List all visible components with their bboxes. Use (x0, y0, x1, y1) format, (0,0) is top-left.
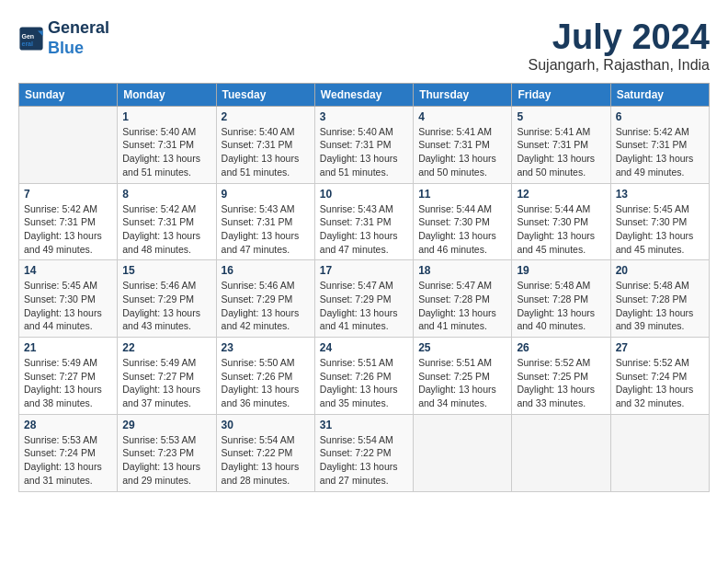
day-info: Sunrise: 5:51 AM Sunset: 7:26 PM Dayligh… (320, 356, 408, 410)
day-number: 2 (222, 110, 310, 123)
day-number: 18 (418, 264, 506, 277)
day-number: 20 (616, 264, 704, 277)
calendar-cell (512, 414, 610, 491)
day-info: Sunrise: 5:46 AM Sunset: 7:29 PM Dayligh… (222, 279, 310, 333)
day-header-sunday: Sunday (19, 83, 118, 106)
calendar-cell (610, 414, 709, 491)
day-info: Sunrise: 5:40 AM Sunset: 7:31 PM Dayligh… (222, 125, 310, 179)
day-number: 6 (616, 110, 704, 123)
calendar-week-2: 7Sunrise: 5:42 AM Sunset: 7:31 PM Daylig… (19, 183, 710, 260)
day-info: Sunrise: 5:44 AM Sunset: 7:30 PM Dayligh… (418, 202, 506, 257)
day-info: Sunrise: 5:51 AM Sunset: 7:25 PM Dayligh… (418, 356, 506, 410)
calendar-cell: 1Sunrise: 5:40 AM Sunset: 7:31 PM Daylig… (118, 106, 216, 183)
day-info: Sunrise: 5:44 AM Sunset: 7:30 PM Dayligh… (517, 202, 605, 257)
day-info: Sunrise: 5:50 AM Sunset: 7:26 PM Dayligh… (222, 356, 310, 410)
day-number: 3 (320, 110, 408, 123)
day-info: Sunrise: 5:52 AM Sunset: 7:25 PM Dayligh… (517, 356, 605, 410)
day-info: Sunrise: 5:42 AM Sunset: 7:31 PM Dayligh… (122, 202, 210, 257)
day-number: 29 (122, 419, 210, 431)
calendar-week-5: 28Sunrise: 5:53 AM Sunset: 7:24 PM Dayli… (19, 414, 710, 491)
day-number: 24 (320, 341, 408, 354)
day-number: 19 (517, 264, 605, 277)
calendar-table: SundayMondayTuesdayWednesdayThursdayFrid… (18, 83, 710, 492)
day-number: 12 (517, 188, 605, 201)
day-info: Sunrise: 5:40 AM Sunset: 7:31 PM Dayligh… (320, 125, 408, 179)
calendar-cell: 24Sunrise: 5:51 AM Sunset: 7:26 PM Dayli… (314, 338, 413, 415)
day-number: 26 (517, 341, 605, 354)
location-text: Sujangarh, Rajasthan, India (529, 57, 710, 74)
calendar-cell: 13Sunrise: 5:45 AM Sunset: 7:30 PM Dayli… (610, 183, 709, 260)
svg-text:Gen: Gen (22, 33, 35, 40)
day-number: 9 (222, 188, 310, 201)
day-header-wednesday: Wednesday (314, 83, 413, 106)
calendar-cell: 17Sunrise: 5:47 AM Sunset: 7:29 PM Dayli… (314, 260, 413, 338)
day-info: Sunrise: 5:40 AM Sunset: 7:31 PM Dayligh… (122, 125, 210, 179)
calendar-cell: 22Sunrise: 5:49 AM Sunset: 7:27 PM Dayli… (118, 338, 216, 415)
day-info: Sunrise: 5:54 AM Sunset: 7:22 PM Dayligh… (222, 433, 310, 488)
calendar-cell: 16Sunrise: 5:46 AM Sunset: 7:29 PM Dayli… (216, 260, 314, 338)
day-number: 7 (24, 188, 112, 201)
calendar-week-3: 14Sunrise: 5:45 AM Sunset: 7:30 PM Dayli… (19, 260, 710, 338)
calendar-cell: 31Sunrise: 5:54 AM Sunset: 7:22 PM Dayli… (314, 414, 413, 491)
day-info: Sunrise: 5:49 AM Sunset: 7:27 PM Dayligh… (122, 356, 210, 410)
day-number: 28 (24, 419, 112, 431)
day-number: 30 (222, 419, 310, 431)
calendar-cell: 25Sunrise: 5:51 AM Sunset: 7:25 PM Dayli… (414, 338, 512, 415)
page-header: Gen eral General Blue July 2024 Sujangar… (18, 18, 710, 74)
day-number: 21 (24, 341, 112, 354)
day-info: Sunrise: 5:47 AM Sunset: 7:29 PM Dayligh… (320, 279, 408, 333)
day-info: Sunrise: 5:48 AM Sunset: 7:28 PM Dayligh… (517, 279, 605, 333)
day-number: 4 (418, 110, 506, 123)
day-header-tuesday: Tuesday (216, 83, 314, 106)
calendar-cell: 15Sunrise: 5:46 AM Sunset: 7:29 PM Dayli… (118, 260, 216, 338)
day-header-monday: Monday (118, 83, 216, 106)
day-info: Sunrise: 5:41 AM Sunset: 7:31 PM Dayligh… (517, 125, 605, 179)
calendar-cell: 23Sunrise: 5:50 AM Sunset: 7:26 PM Dayli… (216, 338, 314, 415)
calendar-cell: 6Sunrise: 5:42 AM Sunset: 7:31 PM Daylig… (610, 106, 709, 183)
calendar-header-row: SundayMondayTuesdayWednesdayThursdayFrid… (19, 83, 710, 106)
day-number: 25 (418, 341, 506, 354)
calendar-cell: 3Sunrise: 5:40 AM Sunset: 7:31 PM Daylig… (314, 106, 413, 183)
calendar-cell: 5Sunrise: 5:41 AM Sunset: 7:31 PM Daylig… (512, 106, 610, 183)
logo-icon: Gen eral (18, 26, 44, 52)
day-number: 13 (616, 188, 704, 201)
calendar-cell (19, 106, 118, 183)
calendar-cell: 20Sunrise: 5:48 AM Sunset: 7:28 PM Dayli… (610, 260, 709, 338)
day-info: Sunrise: 5:45 AM Sunset: 7:30 PM Dayligh… (616, 202, 704, 257)
logo-blue-text: Blue (48, 39, 84, 57)
day-info: Sunrise: 5:49 AM Sunset: 7:27 PM Dayligh… (24, 356, 112, 410)
day-number: 31 (320, 419, 408, 431)
day-number: 1 (122, 110, 210, 123)
calendar-cell: 12Sunrise: 5:44 AM Sunset: 7:30 PM Dayli… (512, 183, 610, 260)
month-year-title: July 2024 (529, 18, 710, 57)
day-info: Sunrise: 5:42 AM Sunset: 7:31 PM Dayligh… (24, 202, 112, 257)
day-number: 10 (320, 188, 408, 201)
day-number: 8 (122, 188, 210, 201)
day-number: 23 (222, 341, 310, 354)
day-info: Sunrise: 5:53 AM Sunset: 7:24 PM Dayligh… (24, 433, 112, 488)
calendar-cell: 7Sunrise: 5:42 AM Sunset: 7:31 PM Daylig… (19, 183, 118, 260)
calendar-cell: 4Sunrise: 5:41 AM Sunset: 7:31 PM Daylig… (414, 106, 512, 183)
calendar-cell: 26Sunrise: 5:52 AM Sunset: 7:25 PM Dayli… (512, 338, 610, 415)
calendar-cell: 11Sunrise: 5:44 AM Sunset: 7:30 PM Dayli… (414, 183, 512, 260)
day-info: Sunrise: 5:43 AM Sunset: 7:31 PM Dayligh… (222, 202, 310, 257)
day-info: Sunrise: 5:45 AM Sunset: 7:30 PM Dayligh… (24, 279, 112, 333)
calendar-cell: 27Sunrise: 5:52 AM Sunset: 7:24 PM Dayli… (610, 338, 709, 415)
calendar-cell: 28Sunrise: 5:53 AM Sunset: 7:24 PM Dayli… (19, 414, 118, 491)
calendar-cell: 2Sunrise: 5:40 AM Sunset: 7:31 PM Daylig… (216, 106, 314, 183)
day-info: Sunrise: 5:53 AM Sunset: 7:23 PM Dayligh… (122, 433, 210, 488)
day-info: Sunrise: 5:43 AM Sunset: 7:31 PM Dayligh… (320, 202, 408, 257)
day-info: Sunrise: 5:41 AM Sunset: 7:31 PM Dayligh… (418, 125, 506, 179)
calendar-cell: 18Sunrise: 5:47 AM Sunset: 7:28 PM Dayli… (414, 260, 512, 338)
day-header-thursday: Thursday (414, 83, 512, 106)
calendar-cell: 10Sunrise: 5:43 AM Sunset: 7:31 PM Dayli… (314, 183, 413, 260)
calendar-cell: 29Sunrise: 5:53 AM Sunset: 7:23 PM Dayli… (118, 414, 216, 491)
title-block: July 2024 Sujangarh, Rajasthan, India (529, 18, 710, 74)
day-number: 22 (122, 341, 210, 354)
day-number: 17 (320, 264, 408, 277)
day-info: Sunrise: 5:48 AM Sunset: 7:28 PM Dayligh… (616, 279, 704, 333)
day-header-friday: Friday (512, 83, 610, 106)
calendar-cell: 14Sunrise: 5:45 AM Sunset: 7:30 PM Dayli… (19, 260, 118, 338)
calendar-week-1: 1Sunrise: 5:40 AM Sunset: 7:31 PM Daylig… (19, 106, 710, 183)
svg-text:eral: eral (22, 40, 34, 47)
